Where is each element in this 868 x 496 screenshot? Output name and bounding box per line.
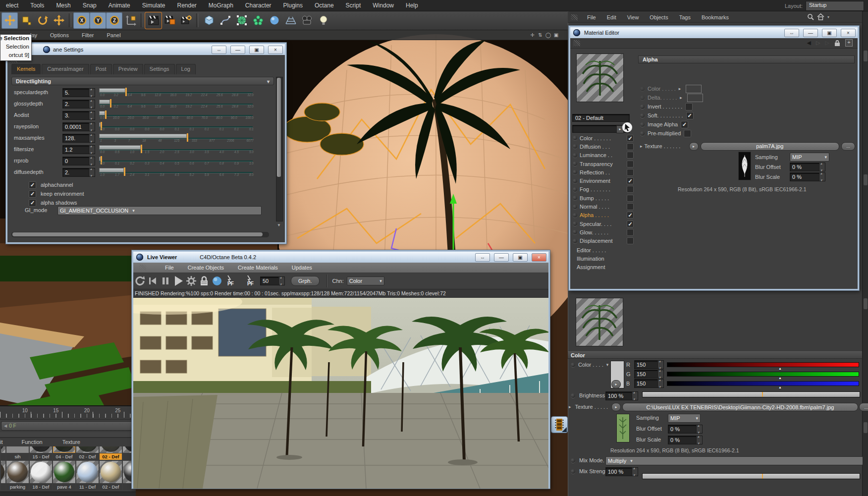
main-menu-item[interactable]: Animate	[103, 2, 136, 9]
material-thumbnail[interactable]: t	[1, 446, 5, 460]
material-preview[interactable]	[576, 54, 624, 102]
z-axis-lock-icon[interactable]: Z	[106, 12, 122, 29]
add-icon[interactable]: +	[845, 39, 853, 47]
texture-expand-icon[interactable]: ▸	[689, 142, 699, 151]
parameter-input[interactable]: 2.	[62, 168, 95, 177]
play-icon[interactable]	[172, 275, 185, 287]
channel-row[interactable]: Specular. . . .✓	[571, 220, 637, 228]
material-thumbnail[interactable]: 02 - Def	[100, 446, 122, 460]
material-thumbnail[interactable]: al	[1, 461, 5, 491]
add-spline-icon[interactable]	[217, 12, 233, 29]
material-preview-large[interactable]	[576, 298, 623, 346]
scale-tool-icon[interactable]	[18, 12, 34, 29]
material-menu-item[interactable]: it	[0, 439, 3, 445]
region-render-icon[interactable]	[211, 275, 223, 287]
render-settings-icon[interactable]	[178, 12, 194, 29]
blur-scale-input[interactable]: 0 %	[668, 436, 703, 444]
parameter-input[interactable]: 0	[62, 157, 95, 165]
octane-tab[interactable]: Kernels	[11, 64, 41, 74]
vertical-scrollbar[interactable]: ▼	[276, 77, 283, 221]
horizontal-scrollbar[interactable]	[11, 232, 269, 237]
live-viewer-menu-item[interactable]: Create Materials	[231, 265, 285, 271]
blur-offset-input[interactable]: 0 %	[668, 425, 703, 434]
samples-input[interactable]: 50	[260, 276, 285, 285]
back-icon[interactable]: ◀	[807, 40, 811, 46]
parameter-slider[interactable]: 0.010.020.030.040.050.060.070.080.090.01…	[99, 110, 253, 121]
live-viewer-titlebar[interactable]: Live Viewer C4D/Octane Beta 0.4.2 ⇔ — ▣ …	[133, 252, 548, 263]
main-menu-item[interactable]: Help	[400, 2, 424, 9]
octane-checkbox-row[interactable]: ✓keep environment	[29, 189, 84, 198]
parameter-slider[interactable]: 0.00.10.20.30.40.50.60.70.80.91.0	[99, 156, 253, 167]
parameter-input[interactable]: 5.	[62, 88, 95, 97]
alpha-blur-scale-input[interactable]: 0 %	[790, 172, 825, 181]
rgb-value-input[interactable]: 150	[634, 379, 664, 388]
settings-gear-icon[interactable]	[185, 275, 198, 287]
main-menu-item[interactable]: elect	[0, 2, 24, 9]
material-thumbnail[interactable]: 15 - Def	[30, 446, 52, 460]
channel-row[interactable]: Normal . . . .✓	[571, 202, 637, 211]
channel-row[interactable]: Luminance . .✓	[571, 151, 637, 160]
viewport-menu-item[interactable]: Filter	[75, 32, 100, 38]
timeline-power-slider[interactable]: ◀ 0 F	[1, 421, 135, 431]
alpha-texture-browse-button[interactable]: ...	[841, 142, 855, 151]
live-viewer-menu-item[interactable]: Updates	[285, 265, 319, 271]
octane-tab[interactable]: Post	[90, 64, 112, 74]
alpha-invert-row[interactable]: Invert . . . . . . .✓	[640, 102, 693, 111]
material-thumbnail[interactable]: 11 - Def	[76, 461, 99, 491]
maximize-button[interactable]: ▣	[249, 46, 264, 54]
layout-side-tabs[interactable]	[862, 11, 868, 496]
detach-window-button[interactable]: ⇔	[212, 46, 226, 54]
right-panel-menu-item[interactable]: View	[622, 14, 645, 20]
material-thumbnail[interactable]: sih	[6, 446, 29, 460]
channel-row[interactable]: Glow. . . . . .✓	[571, 228, 637, 236]
render-queue-icon[interactable]	[551, 416, 568, 433]
maximize-button[interactable]: ▣	[822, 29, 837, 37]
alpha-sampling-dropdown[interactable]: MIP	[790, 153, 829, 162]
main-menu-item[interactable]: Plugins	[277, 2, 309, 9]
channel-row[interactable]: Reflection . .✓	[571, 168, 637, 176]
alpha-blur-offset-input[interactable]: 0 %	[790, 163, 825, 171]
add-floor-icon[interactable]	[282, 12, 299, 29]
frame-back-icon[interactable]: ◀	[4, 424, 7, 428]
panel-collapse-icon[interactable]: ▾	[827, 15, 829, 19]
main-menu-item[interactable]: Simulate	[136, 2, 171, 9]
alpha-premultiplied-row[interactable]: Pre-multiplied✓	[640, 129, 691, 138]
toggle-view-icon[interactable]: ▣	[553, 32, 559, 38]
parameter-slider[interactable]: 0.00.51.01.52.02.53.03.54.04.55.0	[99, 145, 253, 156]
close-button[interactable]: ×	[532, 253, 546, 262]
minimize-button[interactable]: —	[230, 46, 245, 54]
parameter-slider[interactable]: 137184812533387723066077	[99, 133, 253, 144]
channel-row[interactable]: Bump . . . . .✓	[571, 194, 637, 202]
rgb-value-input[interactable]: 150	[634, 370, 664, 379]
parameter-input[interactable]: 128.	[62, 134, 95, 143]
octane-tab[interactable]: Settings	[144, 64, 175, 74]
pick-material-icon[interactable]: PF	[243, 275, 256, 287]
y-axis-lock-icon[interactable]: Y	[90, 12, 106, 29]
rotate-tool-icon[interactable]	[34, 12, 51, 29]
maximize-button[interactable]: ▣	[513, 253, 528, 262]
toolbar-grip[interactable]	[573, 40, 580, 46]
right-panel-menu-item[interactable]: Edit	[601, 14, 622, 20]
parameter-input[interactable]: 1.2	[62, 145, 95, 154]
search-icon[interactable]	[807, 13, 814, 20]
texture-path-field[interactable]: C:\Users\LUX EX TENEBRIS\Desktop\Giimann…	[622, 403, 858, 411]
editor-page-row[interactable]: Editor . . . . .	[571, 246, 637, 254]
live-viewer-menu-item[interactable]: File	[158, 265, 181, 271]
editor-page-row[interactable]: Illumination	[571, 254, 637, 263]
add-camera-icon[interactable]	[299, 12, 315, 29]
minimize-button[interactable]: —	[803, 29, 818, 37]
alpha-texture-field[interactable]: palm7A.jpg	[701, 142, 839, 151]
alpha-soft-row[interactable]: Soft. . . . . . . . .✓	[640, 111, 694, 120]
channel-row[interactable]: Fog . . . . . . .✓	[571, 185, 637, 194]
add-light-icon[interactable]	[315, 12, 331, 29]
add-cube-icon[interactable]	[201, 12, 217, 29]
parameter-slider[interactable]: 0.03.26.49.612.816.019.222.425.628.832.0	[99, 99, 253, 110]
material-browser-scrollbar[interactable]	[0, 492, 136, 496]
zoom-icon[interactable]: ⇅	[537, 32, 543, 38]
channel-row[interactable]: Diffusion . . .✓	[571, 142, 637, 151]
right-panel-menu-item[interactable]: Objects	[644, 14, 673, 20]
forward2-icon[interactable]: ▷	[825, 40, 829, 46]
right-panel-menu-item[interactable]: Tags	[674, 14, 696, 20]
mix-mode-dropdown[interactable]: Multiply	[605, 456, 863, 465]
forward-icon[interactable]: ▷	[816, 40, 820, 46]
